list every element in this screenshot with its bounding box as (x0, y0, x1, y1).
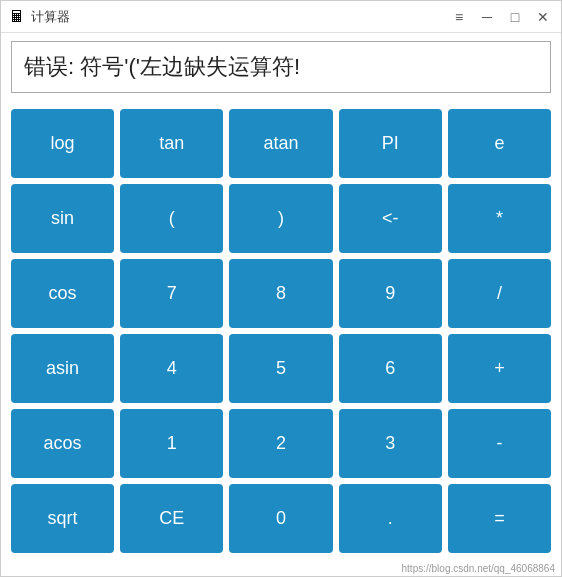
btn-6-button[interactable]: 6 (339, 334, 442, 403)
button-row-3: asin456+ (11, 334, 551, 403)
maximize-button[interactable]: □ (505, 7, 525, 27)
window-title: 计算器 (31, 8, 70, 26)
button-row-4: acos123- (11, 409, 551, 478)
btn-8-button[interactable]: 8 (229, 259, 332, 328)
window-controls: ≡ ─ □ ✕ (449, 7, 553, 27)
btn----button[interactable]: <- (339, 184, 442, 253)
btn-e-button[interactable]: e (448, 109, 551, 178)
button-row-2: cos789/ (11, 259, 551, 328)
button-row-1: sin()<-* (11, 184, 551, 253)
btn-2-button[interactable]: 2 (229, 409, 332, 478)
button-row-0: logtanatanPIe (11, 109, 551, 178)
btn-7-button[interactable]: 7 (120, 259, 223, 328)
watermark: https://blog.csdn.net/qq_46068864 (1, 563, 561, 576)
btn---button[interactable]: . (339, 484, 442, 553)
btn---button[interactable]: - (448, 409, 551, 478)
title-bar: 🖩 计算器 ≡ ─ □ ✕ (1, 1, 561, 33)
menu-button[interactable]: ≡ (449, 7, 469, 27)
button-row-5: sqrtCE0.= (11, 484, 551, 553)
btn---button[interactable]: / (448, 259, 551, 328)
btn-5-button[interactable]: 5 (229, 334, 332, 403)
buttons-area: logtanatanPIesin()<-*cos789/asin456+acos… (1, 101, 561, 563)
btn-acos-button[interactable]: acos (11, 409, 114, 478)
btn-ce-button[interactable]: CE (120, 484, 223, 553)
calculator-window: 🖩 计算器 ≡ ─ □ ✕ 错误: 符号'('左边缺失运算符! logtanat… (0, 0, 562, 577)
btn---button[interactable]: ) (229, 184, 332, 253)
btn-9-button[interactable]: 9 (339, 259, 442, 328)
btn---button[interactable]: * (448, 184, 551, 253)
btn-tan-button[interactable]: tan (120, 109, 223, 178)
btn-pi-button[interactable]: PI (339, 109, 442, 178)
btn-log-button[interactable]: log (11, 109, 114, 178)
btn---button[interactable]: + (448, 334, 551, 403)
btn-0-button[interactable]: 0 (229, 484, 332, 553)
app-icon: 🖩 (9, 9, 25, 25)
btn-asin-button[interactable]: asin (11, 334, 114, 403)
btn---button[interactable]: = (448, 484, 551, 553)
title-bar-left: 🖩 计算器 (9, 8, 70, 26)
btn-cos-button[interactable]: cos (11, 259, 114, 328)
display-value: 错误: 符号'('左边缺失运算符! (24, 52, 300, 82)
close-button[interactable]: ✕ (533, 7, 553, 27)
display-field: 错误: 符号'('左边缺失运算符! (11, 41, 551, 93)
btn-atan-button[interactable]: atan (229, 109, 332, 178)
btn-4-button[interactable]: 4 (120, 334, 223, 403)
minimize-button[interactable]: ─ (477, 7, 497, 27)
btn-sin-button[interactable]: sin (11, 184, 114, 253)
btn-sqrt-button[interactable]: sqrt (11, 484, 114, 553)
btn---button[interactable]: ( (120, 184, 223, 253)
btn-1-button[interactable]: 1 (120, 409, 223, 478)
btn-3-button[interactable]: 3 (339, 409, 442, 478)
